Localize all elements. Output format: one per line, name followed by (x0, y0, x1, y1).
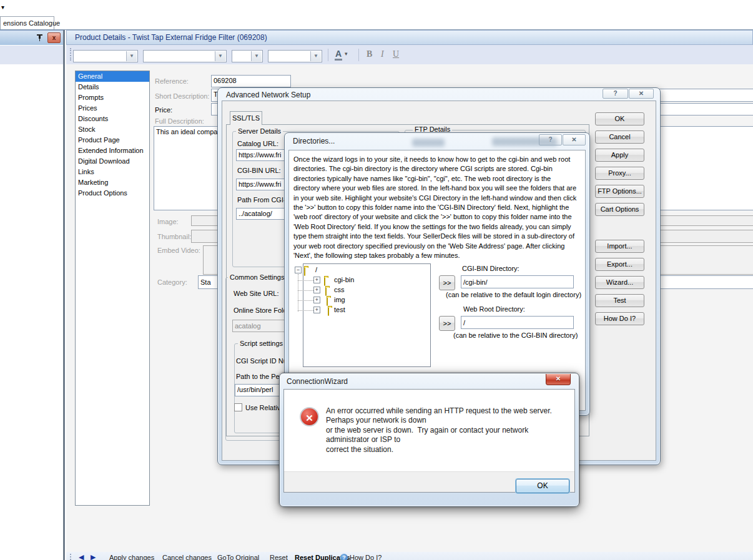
sidebar-item-marketing[interactable]: Marketing (76, 177, 149, 188)
tree-item-test[interactable]: test (334, 306, 345, 314)
import-button[interactable]: Import... (595, 240, 644, 253)
reset-button[interactable]: Reset (270, 554, 288, 560)
help-button[interactable]: ? (603, 89, 628, 99)
font-dropdown[interactable]: ▼ (143, 50, 227, 62)
close-icon[interactable]: ✕ (563, 134, 586, 145)
proxy-button[interactable]: Proxy... (595, 167, 644, 180)
sidebar-item-prices[interactable]: Prices (76, 103, 149, 114)
folder-icon (325, 287, 327, 296)
cancel-changes-button[interactable]: Cancel changes (162, 554, 212, 560)
sidebar-item-general[interactable]: General (76, 71, 149, 82)
underline-button[interactable]: U (393, 49, 399, 59)
directories-instructions: Once the wizard logs in to your site, it… (293, 155, 577, 260)
toolbar-overflow-icon[interactable]: ▾ (1, 4, 4, 11)
cart-options-button[interactable]: Cart Options (595, 203, 644, 216)
reference-field[interactable]: 069208 (211, 75, 291, 87)
dock-panel-titlebar: x (0, 30, 64, 45)
expand-icon[interactable]: + (313, 287, 320, 293)
chevron-down-icon: ▾ (345, 51, 348, 57)
sidebar-item-links[interactable]: Links (76, 167, 149, 177)
dock-pin-icon[interactable] (36, 34, 44, 42)
copy-cgi-bin-button[interactable]: >> (439, 275, 455, 290)
folder-icon (327, 297, 328, 306)
format-dropdown[interactable]: ▼ (268, 50, 322, 62)
use-relative-checkbox[interactable] (234, 403, 242, 411)
sidebar-item-product-options[interactable]: Product Options (76, 188, 149, 199)
path-to-perl-label: Path to the Per (236, 373, 282, 380)
goto-original-button[interactable]: GoTo Original (217, 554, 259, 560)
ftp-options-button[interactable]: FTP Options... (595, 185, 644, 198)
tree-guide (298, 300, 313, 301)
apply-button[interactable]: Apply (595, 149, 644, 162)
tree-root-item[interactable]: / (315, 266, 317, 274)
sidebar-item-prompts[interactable]: Prompts (76, 92, 149, 103)
copy-web-root-button[interactable]: >> (439, 316, 455, 331)
folder-tree[interactable] (303, 263, 431, 367)
tree-item-css[interactable]: css (334, 286, 345, 294)
sidebar-item-stock[interactable]: Stock (76, 124, 149, 135)
cancel-button[interactable]: Cancel (595, 130, 644, 144)
italic-button[interactable]: I (381, 49, 384, 59)
web-root-directory-field[interactable]: / (461, 316, 574, 329)
ok-button[interactable]: OK (595, 112, 644, 125)
dock-close-button[interactable]: x (47, 32, 61, 43)
prev-page-button[interactable]: ◀ (79, 553, 84, 560)
sidebar-item-digital-download[interactable]: Digital Download (76, 156, 149, 167)
size-dropdown[interactable]: ▼ (232, 50, 263, 62)
close-icon[interactable]: ✕ (546, 374, 571, 385)
sidebar-item-extended-information[interactable]: Extended Information (76, 145, 149, 156)
catalog-url-label: Catalog URL: (237, 140, 278, 147)
wizard-button[interactable]: Wizard... (595, 276, 644, 289)
redacted-text (412, 139, 445, 147)
apply-changes-button[interactable]: Apply changes (109, 554, 154, 560)
toolbar-separator (358, 49, 359, 61)
how-do-i-button[interactable]: How Do I? (595, 312, 644, 325)
path-to-perl-field[interactable]: /usr/bin/perl (235, 384, 280, 396)
style-dropdown[interactable]: ▼ (73, 50, 138, 62)
error-message-line: An error occurred while sending an HTTP … (326, 406, 552, 416)
toolbar-grip[interactable] (70, 48, 71, 61)
chevron-down-icon[interactable]: ▼ (310, 51, 321, 61)
bottom-bar: ◀ ▶ Apply changes Cancel changes GoTo Or… (66, 552, 753, 560)
online-store-folder-field[interactable]: acatalog (232, 320, 285, 332)
web-root-directory-label: Web Root Directory: (463, 305, 525, 313)
workspace-tab[interactable]: ensions Catalogue (0, 16, 54, 29)
expand-icon[interactable]: + (313, 297, 320, 303)
tab-ssl-tls[interactable]: SSL/TLS (230, 111, 262, 125)
font-color-button[interactable]: A ▾ (333, 49, 355, 61)
cgi-bin-directory-label: CGI-BIN Directory: (462, 265, 519, 272)
tree-guide (298, 280, 313, 281)
chevron-down-icon[interactable]: ▼ (126, 51, 137, 61)
format-toolbar: ▼ ▼ ▼ ▼ A ▾ B I U (66, 45, 753, 64)
help-icon: ? (340, 554, 348, 560)
how-do-i-button[interactable]: How Do I? (350, 554, 381, 560)
cgi-bin-directory-field[interactable]: /cgi-bin/ (461, 275, 574, 288)
expand-icon[interactable]: + (313, 307, 320, 313)
chevron-down-icon[interactable]: ▼ (251, 51, 262, 61)
expand-icon[interactable]: + (313, 277, 320, 283)
tree-item-cgi-bin[interactable]: cgi-bin (334, 276, 354, 284)
sidebar-item-details[interactable]: Details (76, 82, 149, 92)
next-page-button[interactable]: ▶ (91, 553, 96, 560)
tree-item-img[interactable]: img (334, 296, 345, 304)
common-settings-group-label: Common Settings (228, 273, 286, 281)
cgi-script-id-label: CGI Script ID Nu (236, 357, 287, 365)
ok-button[interactable]: OK (516, 479, 569, 493)
tree-guide (298, 290, 313, 291)
tree-guide (298, 310, 313, 311)
embed-video-label: Embed Video: (157, 247, 200, 254)
sidebar-item-product-page[interactable]: Product Page (76, 135, 149, 145)
close-icon[interactable]: ✕ (629, 89, 654, 99)
chevron-down-icon[interactable]: ▼ (215, 51, 225, 61)
sidebar-item-discounts[interactable]: Discounts (76, 114, 149, 124)
folder-icon (324, 277, 325, 286)
collapse-icon[interactable]: − (295, 267, 302, 273)
export-button[interactable]: Export... (595, 258, 644, 271)
folder-icon (304, 267, 305, 276)
reference-label: Reference: (155, 77, 189, 85)
error-message-line: or the web server is down. Try again or … (326, 426, 552, 435)
connection-wizard-title: ConnectionWizard (287, 377, 348, 386)
splitter[interactable] (63, 30, 65, 560)
test-button[interactable]: Test (595, 294, 644, 307)
bold-button[interactable]: B (367, 49, 372, 59)
